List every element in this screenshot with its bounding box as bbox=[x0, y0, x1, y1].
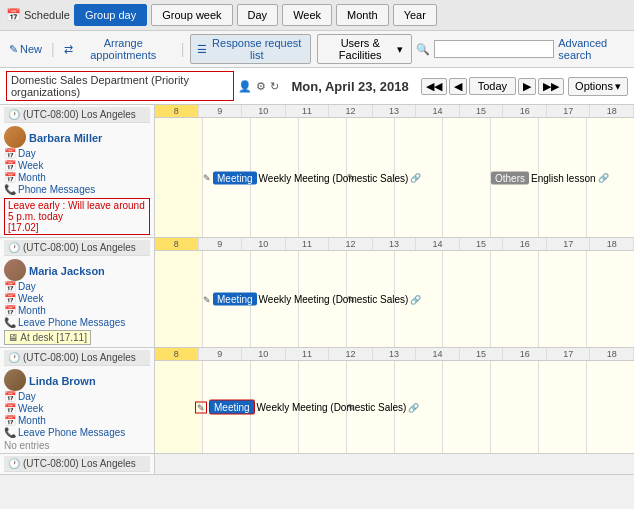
user-name-maria[interactable]: Maria Jackson bbox=[29, 265, 105, 277]
link-icon-m: 🔗 bbox=[410, 294, 421, 304]
meeting-label-m: Weekly Meeting (Domestic Sales) bbox=[259, 294, 409, 305]
time-10: 10 bbox=[242, 105, 286, 117]
new-button[interactable]: ✎ New bbox=[6, 41, 45, 58]
link-week-linda[interactable]: 📅 Week bbox=[4, 403, 150, 414]
slot-17-linda bbox=[587, 361, 634, 453]
user-links-linda: 📅 Day 📅 Week 📅 Month 📞 Leave Phone Messa… bbox=[4, 391, 150, 438]
prev-button[interactable]: ◀ bbox=[449, 78, 467, 95]
slot-14-barbara bbox=[443, 118, 491, 237]
time-11m: 11 bbox=[286, 238, 330, 250]
time-8: 8 bbox=[155, 105, 199, 117]
phone-icon: 📞 bbox=[4, 184, 16, 195]
nav-buttons: ◀◀ ◀ Today ▶ ▶▶ bbox=[421, 77, 564, 95]
link-week-maria[interactable]: 📅 Week bbox=[4, 293, 150, 304]
sep1: | bbox=[51, 41, 55, 57]
status-barbara: Leave early : Will leave around 5 p.m. t… bbox=[4, 198, 150, 235]
user-name-barbara[interactable]: Barbara Miller bbox=[29, 132, 102, 144]
calendar-grid-maria: 8 9 10 11 12 13 14 15 16 17 18 ✎ bbox=[155, 238, 634, 347]
tab-day[interactable]: Day bbox=[237, 4, 279, 26]
cal-icon-l2: 📅 bbox=[4, 403, 16, 414]
next-next-button[interactable]: ▶▶ bbox=[538, 78, 564, 95]
tab-group-day[interactable]: Group day bbox=[74, 4, 147, 26]
slot-14-maria bbox=[443, 251, 491, 347]
user-links-barbara: 📅 Day 📅 Week 📅 Month 📞 Phone Messages bbox=[4, 148, 150, 195]
link-icon-1: 🔗 bbox=[410, 173, 421, 183]
avatar-linda bbox=[4, 369, 26, 391]
slot-8-barbara bbox=[155, 118, 203, 237]
link-day-linda[interactable]: 📅 Day bbox=[4, 391, 150, 402]
next-button[interactable]: ▶ bbox=[518, 78, 536, 95]
link-phone-linda[interactable]: 📞 Leave Phone Messages bbox=[4, 427, 150, 438]
prev-prev-button[interactable]: ◀◀ bbox=[421, 78, 447, 95]
cal-icon-m2: 📅 bbox=[4, 293, 16, 304]
options-chevron-icon: ▾ bbox=[615, 80, 621, 93]
user-section-linda: 🕐 (UTC-08:00) Los Angeles Linda Brown 📅 … bbox=[0, 348, 634, 454]
link-month-linda[interactable]: 📅 Month bbox=[4, 415, 150, 426]
timezone-barbara: 🕐 (UTC-08:00) Los Angeles bbox=[4, 107, 150, 123]
bottom-tz: 🕐 (UTC-08:00) Los Angeles bbox=[4, 456, 150, 472]
meeting-badge-m: Meeting bbox=[213, 293, 257, 306]
meeting-label-1: Weekly Meeting (Domestic Sales) bbox=[259, 172, 409, 183]
arrange-button[interactable]: ⇄ Arrange appointments bbox=[61, 35, 175, 63]
time-8l: 8 bbox=[155, 348, 199, 360]
new-icon: ✎ bbox=[9, 43, 18, 56]
time-13l: 13 bbox=[373, 348, 417, 360]
slot-16-linda bbox=[539, 361, 587, 453]
search-input[interactable] bbox=[434, 40, 554, 58]
bottom-spacer bbox=[155, 454, 634, 474]
tab-week[interactable]: Week bbox=[282, 4, 332, 26]
advanced-search-link[interactable]: Advanced search bbox=[558, 37, 628, 61]
calendar-grid-linda: 8 9 10 11 12 13 14 15 16 17 18 ✎ bbox=[155, 348, 634, 453]
schedule-icon: 📅 bbox=[6, 8, 21, 22]
slot-15-linda bbox=[491, 361, 539, 453]
link-day-maria[interactable]: 📅 Day bbox=[4, 281, 150, 292]
time-9l: 9 bbox=[199, 348, 243, 360]
user-section-barbara: 🕐 (UTC-08:00) Los Angeles Barbara Miller… bbox=[0, 105, 634, 238]
link-week-barbara[interactable]: 📅 Week bbox=[4, 160, 150, 171]
dept-icons: 👤 ⚙ ↻ bbox=[238, 80, 279, 93]
event-barbara-meeting[interactable]: ✎ Meeting Weekly Meeting (Domestic Sales… bbox=[203, 171, 423, 184]
slot-15-barbara: Others English lesson 🔗 bbox=[491, 118, 539, 237]
tab-year[interactable]: Year bbox=[393, 4, 437, 26]
toolbar: ✎ New | ⇄ Arrange appointments | ☰ Respo… bbox=[0, 31, 634, 68]
users-facilities-dropdown[interactable]: Users & Facilities ▾ bbox=[317, 34, 412, 64]
user-panel-linda: 🕐 (UTC-08:00) Los Angeles Linda Brown 📅 … bbox=[0, 348, 155, 453]
cal-icon2: 📅 bbox=[4, 160, 16, 171]
event-barbara-others[interactable]: Others English lesson 🔗 bbox=[491, 171, 621, 184]
time-header-barbara: 8 9 10 11 12 13 14 15 16 17 18 bbox=[155, 105, 634, 118]
link-month-barbara[interactable]: 📅 Month bbox=[4, 172, 150, 183]
schedule-label: 📅 Schedule bbox=[6, 8, 70, 22]
link-phone-maria[interactable]: 📞 Leave Phone Messages bbox=[4, 317, 150, 328]
phone-icon-m: 📞 bbox=[4, 317, 16, 328]
link-month-maria[interactable]: 📅 Month bbox=[4, 305, 150, 316]
user-name-linda[interactable]: Linda Brown bbox=[29, 375, 96, 387]
avatar-barbara bbox=[4, 126, 26, 148]
clock-icon-b: 🕐 bbox=[8, 458, 20, 469]
calendar-grid-barbara: 8 9 10 11 12 13 14 15 16 17 18 bbox=[155, 105, 634, 237]
today-button[interactable]: Today bbox=[469, 77, 516, 95]
link-day-barbara[interactable]: 📅 Day bbox=[4, 148, 150, 159]
others-label: English lesson bbox=[531, 172, 595, 183]
event-maria-meeting[interactable]: ✎ Meeting Weekly Meeting (Domestic Sales… bbox=[203, 293, 423, 306]
time-10l: 10 bbox=[242, 348, 286, 360]
options-button[interactable]: Options ▾ bbox=[568, 77, 628, 96]
time-14m: 14 bbox=[416, 238, 460, 250]
event-linda-meeting[interactable]: ✎ Meeting Weekly Meeting (Domestic Sales… bbox=[195, 400, 425, 415]
user-panel-barbara: 🕐 (UTC-08:00) Los Angeles Barbara Miller… bbox=[0, 105, 155, 237]
time-11l: 11 bbox=[286, 348, 330, 360]
slot-15-maria bbox=[491, 251, 539, 347]
event-area-maria: ✎ Meeting Weekly Meeting (Domestic Sales… bbox=[155, 251, 634, 347]
tab-month[interactable]: Month bbox=[336, 4, 389, 26]
time-17: 17 bbox=[547, 105, 591, 117]
person-icon: 👤 bbox=[238, 80, 252, 93]
time-11: 11 bbox=[286, 105, 330, 117]
time-15l: 15 bbox=[460, 348, 504, 360]
link-phone-barbara[interactable]: 📞 Phone Messages bbox=[4, 184, 150, 195]
time-17m: 17 bbox=[547, 238, 591, 250]
time-16m: 16 bbox=[503, 238, 547, 250]
time-9m: 9 bbox=[199, 238, 243, 250]
tab-group-week[interactable]: Group week bbox=[151, 4, 232, 26]
response-request-button[interactable]: ☰ Response request list bbox=[190, 34, 311, 64]
event-area-linda: ✎ Meeting Weekly Meeting (Domestic Sales… bbox=[155, 361, 634, 453]
no-entries-linda: No entries bbox=[4, 440, 150, 451]
